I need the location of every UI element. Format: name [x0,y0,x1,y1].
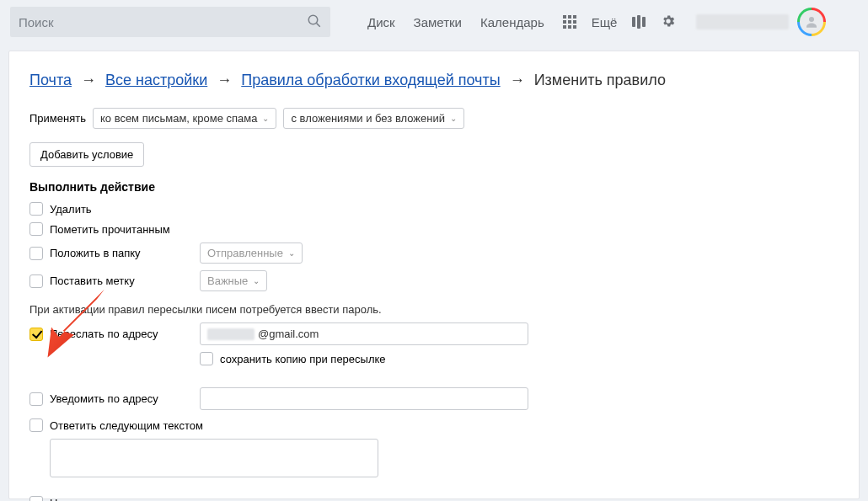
folder-value: Отправленные [207,247,283,259]
nav-links: Диск Заметки Календарь [367,15,544,29]
nav-notes[interactable]: Заметки [414,15,462,29]
svg-line-1 [317,23,320,26]
notify-row: Уведомить по адресу [29,387,839,410]
breadcrumb-sep: → [510,72,525,88]
breadcrumb-mail[interactable]: Почта [29,72,72,88]
add-condition-row: Добавить условие [29,142,839,167]
breadcrumb-sep: → [81,72,96,88]
reply-textarea[interactable] [50,439,378,477]
breadcrumb-all-settings[interactable]: Все настройки [105,72,207,88]
svg-point-0 [308,15,318,24]
save-copy-row: сохранить копию при пересылке [200,352,839,365]
breadcrumb-current: Изменить правило [534,72,666,88]
action-move-folder-row: Положить в папку Отправленные ⌄ [29,243,839,264]
label-dropdown[interactable]: Важные ⌄ [200,270,267,291]
equalizer-icon[interactable] [632,15,646,29]
app-header: Диск Заметки Календарь Ещё [0,0,868,44]
forward-label: Переслать по адресу [50,328,158,340]
forward-checkbox[interactable] [29,328,43,341]
skip-rest-label: Не применять остальные правила [50,497,224,502]
actions-title: Выполнить действие [29,180,839,194]
attachments-value: с вложениями и без вложений [291,112,445,125]
delete-checkbox[interactable] [29,202,43,216]
set-label-label: Поставить метку [50,274,135,287]
reply-label: Ответить следующим текстом [50,419,203,432]
attachments-dropdown[interactable]: с вложениями и без вложений ⌄ [283,108,464,129]
avatar[interactable] [797,8,826,36]
nav-more[interactable]: Ещё [592,15,618,29]
notify-email-input[interactable] [200,387,528,410]
action-mark-read-row: Пометить прочитанным [29,222,839,236]
save-copy-checkbox[interactable] [200,352,213,365]
gear-icon[interactable] [661,13,676,31]
add-condition-button[interactable]: Добавить условие [29,142,144,167]
mark-read-checkbox[interactable] [29,222,43,236]
delete-label: Удалить [50,203,92,216]
search-input[interactable] [19,15,307,29]
apps-grid-icon[interactable] [563,15,576,29]
save-copy-label: сохранить копию при пересылке [220,353,386,365]
search-icon[interactable] [307,13,322,31]
forward-email-suffix: @gmail.com [258,328,319,340]
chevron-down-icon: ⌄ [253,276,260,285]
set-label-checkbox[interactable] [29,274,43,288]
chevron-down-icon: ⌄ [288,248,295,258]
forward-row: Переслать по адресу @gmail.com [29,322,839,345]
skip-rest-checkbox[interactable] [29,496,43,501]
svg-point-2 [809,17,814,22]
notify-label: Уведомить по адресу [50,392,158,405]
email-prefix-redacted [207,328,255,340]
header-icons: Ещё [563,13,677,31]
breadcrumb-rules[interactable]: Правила обработки входящей почты [241,72,500,88]
notify-checkbox[interactable] [29,392,43,406]
action-delete-row: Удалить [29,202,839,216]
breadcrumb-sep: → [217,72,232,88]
apply-label: Применять [29,112,86,125]
skip-rest-row: Не применять остальные правила [29,496,839,501]
forward-email-input[interactable]: @gmail.com [200,322,528,345]
apply-row: Применять ко всем письмам, кроме спама ⌄… [29,108,839,129]
reply-checkbox[interactable] [29,418,43,432]
move-folder-checkbox[interactable] [29,247,43,260]
action-set-label-row: Поставить метку Важные ⌄ [29,270,839,291]
apply-to-value: ко всем письмам, кроме спама [100,112,257,125]
nav-disk[interactable]: Диск [367,15,395,29]
chevron-down-icon: ⌄ [262,114,269,123]
breadcrumb: Почта → Все настройки → Правила обработк… [29,72,839,89]
user-block[interactable] [696,8,826,36]
reply-row: Ответить следующим текстом [29,418,839,432]
apply-to-dropdown[interactable]: ко всем письмам, кроме спама ⌄ [93,108,276,129]
forward-password-note: При активации правил пересылки писем пот… [29,303,839,316]
user-name-redacted [696,14,789,29]
label-value: Важные [207,274,248,287]
move-folder-label: Положить в папку [50,247,141,259]
settings-panel: Почта → Все настройки → Правила обработк… [8,51,860,499]
search-box[interactable] [10,7,330,37]
nav-calendar[interactable]: Календарь [480,15,544,29]
folder-dropdown[interactable]: Отправленные ⌄ [200,243,303,264]
chevron-down-icon: ⌄ [450,114,457,123]
mark-read-label: Пометить прочитанным [50,223,170,236]
